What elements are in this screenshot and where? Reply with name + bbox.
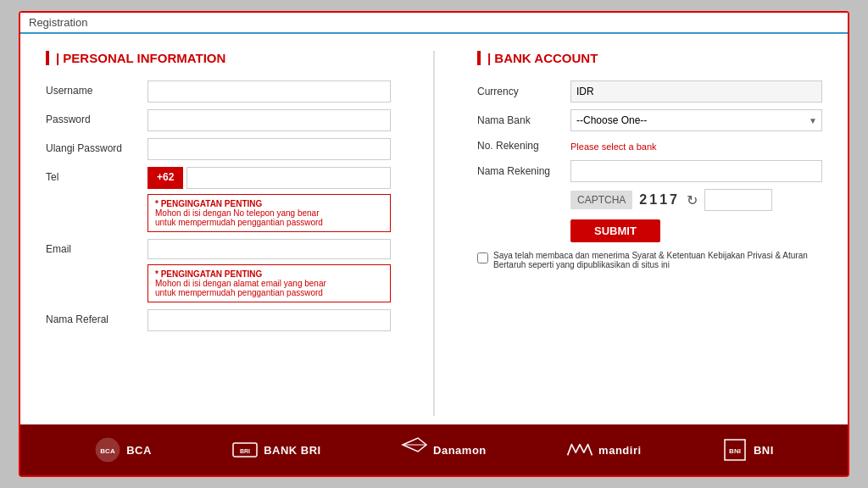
currency-input[interactable]: [570, 80, 822, 103]
referal-row: Nama Referal: [46, 309, 391, 331]
captcha-label: CAPTCHA: [570, 191, 632, 209]
password-row: Password: [46, 109, 391, 131]
captcha-code: 2117: [639, 192, 680, 208]
bni-name: BNI: [754, 444, 774, 457]
mandiri-name: mandiri: [598, 444, 641, 457]
terms-checkbox[interactable]: [477, 252, 488, 263]
currency-label: Currency: [477, 86, 570, 97]
tel-prefix: +62: [147, 167, 183, 189]
submit-row: SUBMIT: [570, 219, 822, 242]
tel-reminder-text: Mohon di isi dengan No telepon yang bena…: [155, 208, 383, 227]
email-input[interactable]: [147, 239, 391, 259]
bca-logo: BCA BCA: [94, 436, 152, 463]
username-input[interactable]: [147, 80, 391, 103]
captcha-input[interactable]: [704, 189, 772, 211]
password-label: Password: [46, 109, 147, 125]
nama-bank-row: Nama Bank --Choose One-- BCA BRI BNI Man…: [477, 109, 822, 131]
bni-icon: BNI: [721, 436, 748, 463]
tel-input[interactable]: [186, 167, 391, 189]
window-title: Registration: [29, 16, 87, 29]
footer: BCA BCA BRI BANK BRI Danamon mandir: [20, 424, 848, 475]
currency-row: Currency: [477, 80, 822, 103]
nama-rekening-row: Nama Rekening: [477, 160, 822, 182]
nama-rekening-label: Nama Rekening: [477, 165, 570, 177]
title-bar: Registration: [20, 13, 848, 34]
referal-input[interactable]: [147, 309, 391, 331]
email-row: Email * PENGINGATAN PENTING Mohon di isi…: [46, 239, 391, 302]
nama-bank-label: Nama Bank: [477, 114, 570, 126]
captcha-row: CAPTCHA 2117 ↻: [570, 189, 822, 211]
tel-label: Tel: [46, 167, 147, 183]
terms-row: Saya telah membaca dan menerima Syarat &…: [477, 251, 822, 269]
bri-logo: BRI BANK BRI: [231, 436, 321, 463]
tel-reminder-box: * PENGINGATAN PENTING Mohon di isi denga…: [147, 194, 391, 232]
danamon-icon: [401, 436, 428, 463]
email-reminder-text: Mohon di isi dengan alamat email yang be…: [155, 279, 383, 297]
section-divider: [433, 51, 435, 416]
email-reminder-box: * PENGINGATAN PENTING Mohon di isi denga…: [147, 264, 391, 302]
username-row: Username: [46, 80, 391, 103]
danamon-name: Danamon: [433, 444, 487, 457]
username-label: Username: [46, 80, 147, 97]
mandiri-logo: mandiri: [566, 436, 641, 463]
email-label: Email: [46, 239, 147, 255]
svg-text:BNI: BNI: [729, 447, 741, 455]
terms-text: Saya telah membaca dan menerima Syarat &…: [493, 251, 822, 269]
tel-reminder-title: * PENGINGATAN PENTING: [155, 199, 383, 208]
tel-input-group: +62: [147, 167, 391, 189]
svg-text:BCA: BCA: [100, 447, 115, 455]
referal-label: Nama Referal: [46, 309, 147, 325]
rekening-label: No. Rekening: [477, 140, 570, 152]
bank-account-title: | BANK ACCOUNT: [477, 51, 822, 65]
bri-icon: BRI: [231, 436, 259, 463]
bank-account-section: | BANK ACCOUNT Currency Nama Bank --Choo…: [477, 51, 822, 416]
confirm-password-input[interactable]: [147, 138, 391, 160]
mandiri-icon: [566, 436, 593, 463]
password-input[interactable]: [147, 109, 391, 131]
bni-logo: BNI BNI: [721, 436, 774, 463]
svg-text:BRI: BRI: [240, 448, 250, 454]
content-area: | PERSONAL INFORMATION Username Password…: [20, 34, 848, 424]
main-window: Registration | PERSONAL INFORMATION User…: [19, 11, 849, 477]
email-reminder-title: * PENGINGATAN PENTING: [155, 269, 383, 279]
submit-button[interactable]: SUBMIT: [570, 219, 660, 242]
bri-name: BANK BRI: [264, 444, 321, 457]
rekening-hint: Please select a bank: [570, 138, 657, 153]
nama-bank-select-wrapper: --Choose One-- BCA BRI BNI Mandiri Danam…: [570, 109, 822, 131]
rekening-row: No. Rekening Please select a bank: [477, 138, 822, 153]
confirm-password-label: Ulangi Password: [46, 138, 147, 154]
personal-info-title: | PERSONAL INFORMATION: [46, 51, 391, 65]
personal-info-section: | PERSONAL INFORMATION Username Password…: [46, 51, 391, 416]
danamon-logo: Danamon: [401, 436, 487, 463]
nama-bank-select[interactable]: --Choose One-- BCA BRI BNI Mandiri Danam…: [570, 109, 822, 131]
bca-name: BCA: [126, 444, 152, 457]
confirm-password-row: Ulangi Password: [46, 138, 391, 160]
captcha-refresh-icon[interactable]: ↻: [687, 192, 698, 208]
nama-rekening-input[interactable]: [570, 160, 822, 182]
tel-row: Tel +62 * PENGINGATAN PENTING Mohon di i…: [46, 167, 391, 232]
bca-icon: BCA: [94, 436, 121, 463]
